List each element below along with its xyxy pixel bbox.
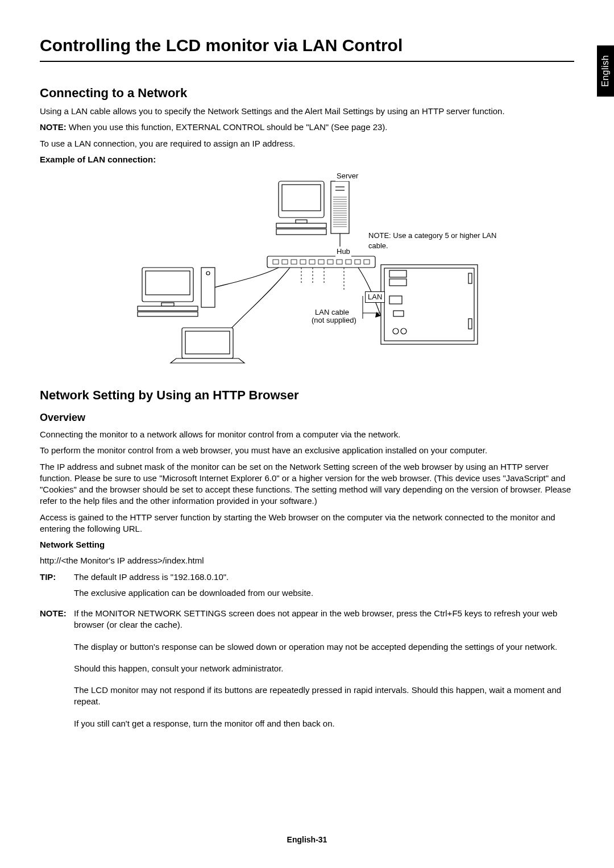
language-tab-label: English bbox=[599, 55, 612, 87]
svg-rect-27 bbox=[291, 260, 297, 264]
section-network-heading: Network Setting by Using an HTTP Browser bbox=[40, 387, 574, 404]
svg-rect-45 bbox=[161, 303, 174, 306]
tip-line1: The default IP address is "192.168.0.10"… bbox=[74, 571, 313, 583]
svg-rect-28 bbox=[300, 260, 306, 264]
section-connecting-heading: Connecting to a Network bbox=[40, 85, 574, 102]
svg-rect-29 bbox=[309, 260, 315, 264]
svg-rect-46 bbox=[138, 306, 198, 311]
language-tab: English bbox=[597, 45, 614, 97]
note-p3: Should this happen, consult your network… bbox=[74, 663, 574, 674]
svg-rect-35 bbox=[364, 260, 370, 264]
svg-rect-54 bbox=[389, 270, 406, 277]
svg-rect-5 bbox=[331, 181, 349, 233]
note-p2: The display or button's response can be … bbox=[74, 641, 574, 653]
tip-block: TIP: The default IP address is "192.168.… bbox=[40, 571, 574, 604]
section2-p3: The IP address and subnet mask of the mo… bbox=[40, 461, 574, 507]
svg-rect-55 bbox=[389, 279, 406, 286]
diagram-label-server: Server bbox=[335, 171, 359, 181]
overview-heading: Overview bbox=[40, 411, 574, 424]
note-p1: If the MONITOR NETWORK SETTINGS screen d… bbox=[74, 608, 574, 631]
diagram-svg bbox=[108, 171, 506, 364]
svg-rect-31 bbox=[327, 260, 333, 264]
diagram-note: NOTE: Use a category 5 or higher LAN cab… bbox=[367, 231, 506, 251]
svg-rect-26 bbox=[282, 260, 288, 264]
diagram-label-hub: Hub bbox=[335, 247, 351, 257]
note-text: When you use this function, EXTERNAL CON… bbox=[69, 122, 388, 132]
svg-rect-33 bbox=[346, 260, 351, 264]
page-footer: English-31 bbox=[0, 834, 614, 845]
svg-rect-4 bbox=[276, 229, 326, 235]
svg-rect-1 bbox=[282, 185, 321, 211]
svg-point-59 bbox=[393, 328, 399, 334]
section2-p2: To perform the monitor control from a we… bbox=[40, 445, 574, 456]
svg-rect-44 bbox=[146, 271, 190, 295]
svg-rect-60 bbox=[468, 273, 472, 283]
diagram-label-lan: LAN bbox=[365, 291, 385, 303]
svg-rect-30 bbox=[318, 260, 324, 264]
tip-label: TIP: bbox=[40, 571, 74, 604]
page-title: Controlling the LCD monitor via LAN Cont… bbox=[40, 34, 574, 62]
svg-rect-25 bbox=[273, 260, 279, 264]
section2-p4: Access is gained to the HTTP server func… bbox=[40, 512, 574, 535]
section1-p1: Using a LAN cable allows you to specify … bbox=[40, 106, 574, 117]
note-p4: The LCD monitor may not respond if its b… bbox=[74, 685, 574, 708]
svg-rect-51 bbox=[185, 331, 230, 354]
lan-diagram: Server Hub NOTE: Use a category 5 or hig… bbox=[108, 171, 506, 364]
example-label: Example of LAN connection: bbox=[40, 154, 574, 165]
tip-line2: The exclusive application can be downloa… bbox=[74, 587, 313, 599]
note-p5: If you still can't get a response, turn … bbox=[74, 718, 574, 729]
note-label: NOTE: bbox=[40, 122, 67, 132]
section1-note: NOTE: When you use this function, EXTERN… bbox=[40, 122, 574, 133]
section1-p2: To use a LAN connection, you are require… bbox=[40, 138, 574, 149]
diagram-label-not-supplied: (not supplied) bbox=[310, 315, 358, 326]
svg-rect-2 bbox=[296, 220, 307, 223]
svg-rect-47 bbox=[138, 312, 198, 316]
svg-rect-32 bbox=[337, 260, 342, 264]
network-setting-url: http://<the Monitor's IP address>/index.… bbox=[40, 555, 574, 566]
svg-point-58 bbox=[401, 328, 406, 334]
section2-p1: Connecting the monitor to a network allo… bbox=[40, 429, 574, 440]
svg-point-49 bbox=[206, 272, 210, 275]
svg-rect-34 bbox=[355, 260, 360, 264]
note-label-2: NOTE: bbox=[40, 608, 74, 740]
svg-rect-57 bbox=[393, 311, 404, 316]
svg-rect-56 bbox=[389, 296, 402, 304]
network-setting-label: Network Setting bbox=[40, 539, 574, 550]
svg-rect-3 bbox=[276, 223, 326, 228]
note-block: NOTE: If the MONITOR NETWORK SETTINGS sc… bbox=[40, 608, 574, 740]
svg-rect-61 bbox=[468, 319, 472, 329]
